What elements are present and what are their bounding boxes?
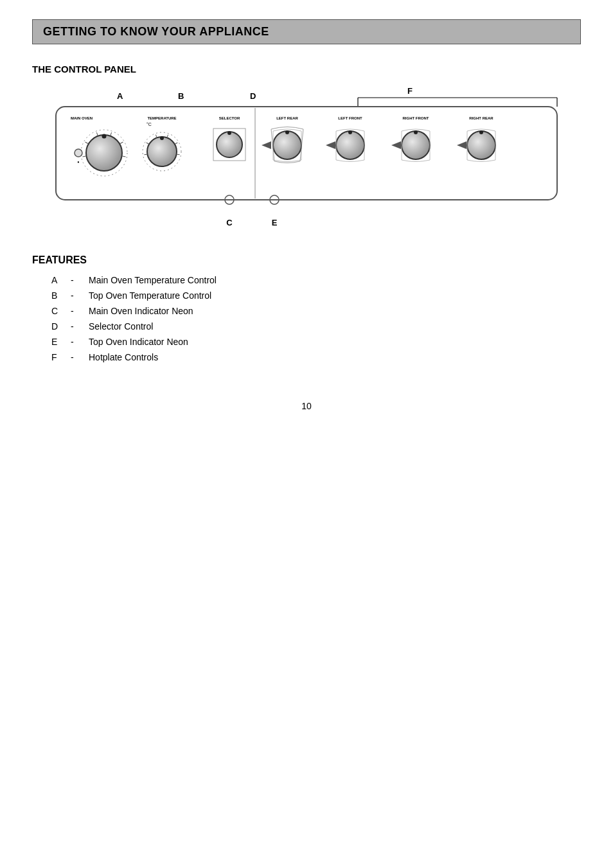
selector-knob <box>217 132 242 157</box>
features-title: FEATURES <box>32 254 581 266</box>
left-front-knob <box>336 131 364 159</box>
svg-line-11 <box>177 154 180 155</box>
main-oven-knob <box>86 135 122 171</box>
main-oven-neon <box>75 149 82 157</box>
right-rear-pip <box>479 130 483 134</box>
feature-item-d: D - Selector Control <box>51 321 581 332</box>
feature-item-b: B - Top Oven Temperature Control <box>51 290 581 301</box>
feature-desc-c: Main Oven Indicator Neon <box>89 306 193 316</box>
feature-dash-a: - <box>71 275 89 285</box>
label-a: A <box>117 91 123 101</box>
right-front-knob <box>402 131 430 159</box>
right-rear-label: RIGHT REAR <box>469 116 493 120</box>
main-oven-pip <box>102 134 107 139</box>
page-number: 10 <box>32 401 581 411</box>
feature-letter-c: C <box>51 306 71 316</box>
feature-dash-f: - <box>71 352 89 362</box>
feature-dash-d: - <box>71 321 89 332</box>
temp-pip <box>160 136 164 140</box>
label-f: F <box>407 87 413 96</box>
feature-item-a: A - Main Oven Temperature Control <box>51 275 581 285</box>
feature-dash-c: - <box>71 306 89 316</box>
right-front-label: RIGHT FRONT <box>403 116 429 120</box>
feature-list: A - Main Oven Temperature Control B - To… <box>51 275 581 362</box>
feature-dash-e: - <box>71 337 89 347</box>
label-e-bottom: E <box>272 218 278 227</box>
label-d: D <box>250 91 256 101</box>
temp-knob <box>147 137 177 166</box>
left-rear-knob <box>273 131 301 159</box>
feature-letter-f: F <box>51 352 71 362</box>
label-b: B <box>178 91 184 101</box>
feature-letter-d: D <box>51 321 71 332</box>
feature-dash-b: - <box>71 290 89 301</box>
left-front-label: LEFT FRONT <box>338 116 362 120</box>
right-front-pip <box>414 130 418 134</box>
temp-unit: °C <box>147 122 152 127</box>
main-oven-label: MAIN OVEN <box>71 116 93 120</box>
feature-desc-f: Hotplate Controls <box>89 352 158 362</box>
right-rear-knob <box>467 131 495 159</box>
feature-desc-a: Main Oven Temperature Control <box>89 275 217 285</box>
left-front-pip <box>348 130 352 134</box>
selector-pip <box>227 131 231 135</box>
feature-desc-d: Selector Control <box>89 321 153 332</box>
left-rear-pip <box>285 130 289 134</box>
left-rear-label: LEFT REAR <box>276 116 298 120</box>
control-panel-diagram: A B D F MAIN OVEN ● TEMPERATURE <box>43 87 570 235</box>
feature-desc-b: Top Oven Temperature Control <box>89 290 211 301</box>
control-panel-section-title: THE CONTROL PANEL <box>32 64 581 75</box>
svg-line-6 <box>144 154 147 155</box>
label-c-bottom: C <box>226 218 233 227</box>
page-title: GETTING TO KNOW YOUR APPLIANCE <box>43 25 570 39</box>
feature-desc-e: Top Oven Indicator Neon <box>89 337 188 347</box>
features-section: FEATURES A - Main Oven Temperature Contr… <box>32 254 581 362</box>
main-oven-neon-label: ● <box>77 160 79 164</box>
selector-label-text: SELECTOR <box>219 116 240 120</box>
page-header: GETTING TO KNOW YOUR APPLIANCE <box>32 19 581 44</box>
feature-item-f: F - Hotplate Controls <box>51 352 581 362</box>
feature-item-e: E - Top Oven Indicator Neon <box>51 337 581 347</box>
feature-item-c: C - Main Oven Indicator Neon <box>51 306 581 316</box>
feature-letter-b: B <box>51 290 71 301</box>
diagram-area: A B D F MAIN OVEN ● TEMPERATURE <box>43 87 570 235</box>
feature-letter-e: E <box>51 337 71 347</box>
feature-letter-a: A <box>51 275 71 285</box>
temperature-label: TEMPERATURE <box>147 116 176 120</box>
diagram-wrapper: A B D F MAIN OVEN ● TEMPERATURE <box>43 87 570 235</box>
